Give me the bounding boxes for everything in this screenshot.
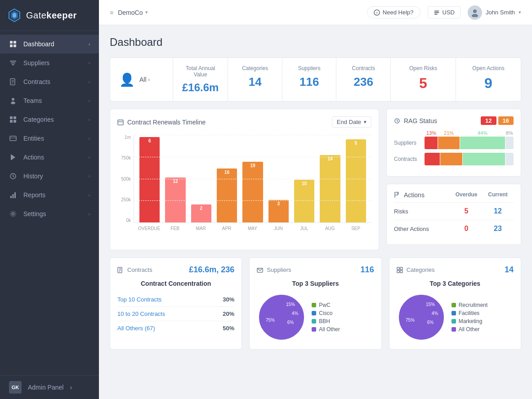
sidebar-item-teams[interactable]: Teams › [0, 91, 99, 110]
bar-x-label-sep: SEP [344, 223, 368, 234]
entities-icon [9, 134, 17, 142]
stat-open-actions-value: 9 [465, 75, 512, 92]
app-name: Gatekeeper [26, 10, 77, 21]
legend-label-facilities: Facilities [459, 310, 480, 316]
legend-label-bbh: BBH [319, 318, 330, 324]
admin-avatar: GK [9, 381, 22, 394]
contract-row-others: All Others (67) 50% [117, 321, 234, 335]
rag-pct-8: 8% [505, 130, 514, 136]
legend-label-recruitment: Recruitment [459, 302, 488, 308]
contracts-card-value: £16.6m, 236 [189, 265, 234, 275]
filter-chevron-icon: › [148, 77, 150, 82]
sidebar-item-entities[interactable]: Entities › [0, 129, 99, 148]
page-title: Dashboard [110, 36, 521, 49]
filter-all-label[interactable]: All › [139, 76, 150, 83]
chevron-right-icon: › [89, 117, 90, 122]
actions-title-text: Actions [404, 191, 425, 199]
legend-dot-cisco [312, 311, 316, 315]
admin-panel-item[interactable]: GK Admin Panel › [0, 375, 99, 399]
settings-icon [9, 210, 17, 218]
stats-metrics: Total Annual Value £16.6m Categories 14 … [173, 58, 390, 101]
contract-others-pct: 50% [223, 325, 234, 332]
contract-top10-label[interactable]: Top 10 Contracts [117, 296, 223, 303]
chevron-right-icon: › [89, 42, 90, 47]
user-menu[interactable]: John Smith ▾ [468, 5, 521, 20]
chart-filter-button[interactable]: End Date ▾ [332, 116, 371, 128]
chart-filter-label: End Date [337, 119, 361, 125]
bar-x-label-mar: MAR [189, 223, 213, 234]
history-icon [9, 172, 17, 180]
rag-seg-orange [438, 137, 460, 149]
logo: Gatekeeper [0, 0, 99, 31]
stats-risks-actions: Open Risks 5 Open Actions 9 [390, 58, 521, 101]
stat-suppliers-label: Suppliers [291, 65, 327, 71]
svg-rect-52 [400, 267, 402, 270]
svg-rect-8 [11, 62, 15, 63]
bar-labels: OVERDUEFEBMARAPRMAYJUNJULAUGSEP [134, 223, 371, 234]
rag-suppliers-label: Suppliers [394, 140, 421, 146]
currency-selector[interactable]: USD [428, 6, 460, 18]
sidebar-item-contracts[interactable]: Contracts › [0, 72, 99, 91]
suppliers-card-value: 116 [361, 265, 374, 275]
bar-chart: 1m 750k 500k 250k 0k [117, 135, 371, 243]
dashboard-icon [9, 40, 17, 48]
bar-overdue: 6 [139, 137, 160, 222]
pie-label-75: 75% [266, 318, 275, 323]
legend-facilities: Facilities [452, 310, 488, 316]
stat-categories-label: Categories [237, 65, 273, 71]
categories-pie-area: 15% 4% 6% 75% Recruitment Facilities [397, 293, 514, 342]
chevron-right-icon: › [89, 193, 90, 198]
company-selector[interactable]: ≡ DemoCo ▾ [110, 9, 148, 16]
rag-suppliers-bar [425, 137, 514, 149]
side-section: RAG Status 12 16 13% 21% 44% 8% [386, 109, 521, 250]
other-current-value: 23 [482, 225, 514, 233]
contract-10to20-label[interactable]: 10 to 20 Contracts [117, 310, 223, 317]
suppliers-bottom-card: Suppliers 116 Top 3 Suppliers [249, 257, 381, 350]
sidebar-item-reports[interactable]: Reports › [0, 186, 99, 204]
contract-others-label[interactable]: All Others (67) [117, 325, 223, 332]
sidebar-item-history[interactable]: History › [0, 167, 99, 186]
sidebar-item-categories[interactable]: Categories › [0, 110, 99, 129]
sidebar-item-settings[interactable]: Settings › [0, 204, 99, 223]
y-label-250k: 250k [121, 197, 131, 202]
chevron-right-icon: › [89, 98, 90, 103]
contracts-card-subtitle: Contract Concentration [117, 280, 234, 287]
stat-contracts: Contracts 236 [336, 58, 390, 101]
contracts-icon [9, 78, 17, 86]
legend-dot-facilities [452, 311, 456, 315]
svg-rect-53 [397, 270, 399, 273]
bar-jul: 10 [294, 180, 314, 222]
filter-chevron-icon: ▾ [364, 119, 367, 125]
chevron-right-icon: › [89, 136, 90, 141]
rag-card: RAG Status 12 16 13% 21% 44% 8% [386, 109, 521, 177]
rag-header: RAG Status 12 16 [394, 116, 514, 125]
sidebar-item-dashboard[interactable]: Dashboard › [0, 35, 99, 53]
sidebar-item-suppliers-label: Suppliers [23, 59, 82, 66]
legend-allother-suppliers: All Other [312, 326, 340, 332]
chart-header: Contract Renewals Timeline End Date ▾ [117, 116, 371, 128]
rag-title-text: RAG Status [404, 117, 437, 124]
help-button[interactable]: ? Need Help? [367, 6, 420, 18]
chart-section: Contract Renewals Timeline End Date ▾ 1m… [110, 109, 379, 250]
sidebar-item-suppliers[interactable]: Suppliers › [0, 53, 99, 72]
chevron-right-icon: › [89, 155, 90, 160]
legend-bbh: BBH [312, 318, 340, 324]
contract-top10-pct: 30% [223, 296, 234, 303]
grid-icon [397, 267, 403, 273]
sidebar-item-dashboard-label: Dashboard [23, 40, 82, 48]
sidebar-item-actions[interactable]: Actions › [0, 148, 99, 167]
categories-bottom-card: Categories 14 Top 3 Categories 15% 4% 6%… [389, 257, 521, 350]
stat-open-risks-value: 5 [400, 75, 447, 92]
svg-rect-20 [10, 136, 16, 141]
renewals-chart-card: Contract Renewals Timeline End Date ▾ 1m… [110, 109, 379, 250]
stat-tav-value: £16.6m [182, 81, 219, 94]
bar-mar: 2 [191, 204, 211, 222]
flag-icon [394, 192, 400, 198]
stat-open-actions: Open Actions 9 [456, 58, 521, 101]
envelope-icon [257, 267, 263, 273]
svg-point-34 [472, 14, 478, 17]
stats-filter[interactable]: 👤 All › [110, 58, 173, 101]
categories-card-header: Categories 14 [397, 265, 514, 275]
suppliers-pie-area: 15% 4% 6% 75% PwC Cisco [257, 293, 374, 342]
rag-seg-red [425, 137, 438, 149]
